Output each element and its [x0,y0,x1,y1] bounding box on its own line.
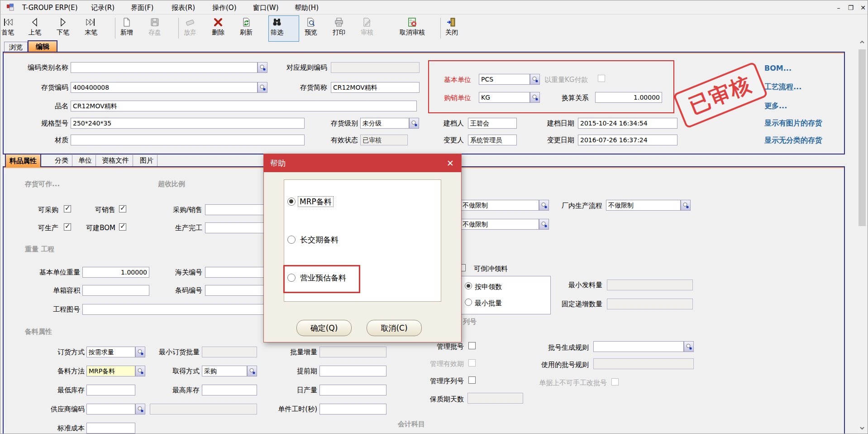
by-request-label: 按申领数 [475,282,515,291]
unit-hours-field[interactable] [320,404,386,415]
prep-method-field[interactable]: MRP备料 [86,366,135,376]
toolbar-separator [115,18,115,39]
supplier-code-field[interactable] [86,404,135,415]
subtab-item-properties[interactable]: 料品属性 [5,154,41,167]
max-stock-field[interactable] [202,385,257,395]
toolbar-separator [440,18,441,39]
inventory-code-lookup[interactable] [258,82,267,93]
producible-checkbox[interactable] [64,223,71,231]
menu-window[interactable]: 窗口(W) [251,3,281,13]
mrp-prep-label[interactable]: MRP备料 [298,197,333,207]
short-name-label: 存货简称 [286,83,327,92]
prev-record-icon [29,16,41,28]
scroll-up-icon[interactable] [858,39,867,48]
box-volume-field[interactable] [82,285,149,296]
mrp-prep-radio[interactable] [287,198,296,206]
prep-header: 备料属性 [25,328,52,336]
status-field: 已审核 [360,135,408,145]
by-request-radio[interactable] [465,282,472,289]
min-batch-radio[interactable] [465,299,472,306]
acquire-mode-lookup[interactable] [247,366,257,376]
help-dialog-titlebar[interactable]: 帮助 [264,154,461,172]
toolbar-filter[interactable]: 筛选 [271,16,283,36]
daily-output-field[interactable] [320,385,386,395]
minimize-button[interactable]: – [834,3,844,12]
level-lookup[interactable] [409,118,419,129]
short-name-field[interactable]: CR12MOV精料 [331,82,420,93]
sellable-checkbox[interactable] [119,205,126,212]
close-button[interactable]: ✕ [858,3,868,12]
toolbar-preview[interactable]: 预览 [305,16,317,36]
toolbar-close-form[interactable]: 关闭 [445,16,458,36]
product-name-field[interactable]: CR12MOV精料 [71,101,417,111]
toolbar-print[interactable]: 打印 [333,16,345,36]
link-more[interactable]: 更多... [764,101,787,111]
code-category-field[interactable] [71,62,258,73]
base-weight-field[interactable]: 1.00000 [82,267,149,278]
min-stock-field[interactable] [86,385,135,395]
prep-method-lookup[interactable] [135,366,145,376]
manage-serial-checkbox[interactable] [468,376,476,384]
toolbar-cancel-audit[interactable]: 取消审核 [390,16,435,36]
long-lead-prep-label[interactable]: 长交期备料 [300,235,339,245]
inventory-code-field[interactable]: 400400008 [71,82,258,93]
order-mode-field[interactable]: 按需求量 [86,347,135,357]
long-lead-prep-radio[interactable] [287,236,296,244]
limit-field-2[interactable]: 不做限制 [460,219,539,230]
trade-unit-lookup[interactable] [530,92,540,103]
batch-rule-field[interactable] [593,341,684,352]
subtab-classification[interactable]: 分类 [51,155,72,166]
tab-edit[interactable]: 编辑 [28,40,57,53]
trade-unit-field[interactable]: KG [479,92,530,103]
toolbar-last-record[interactable]: 末笔 [85,16,97,36]
toolbar-new[interactable]: 新增 [120,16,133,36]
link-show-with-image[interactable]: 显示有图片的存货 [764,119,822,128]
toolbar-refresh[interactable]: 刷新 [240,16,253,36]
scrollbar-thumb[interactable] [858,49,866,226]
menu-app[interactable]: T-GROUP ERP(E) [20,3,80,13]
supplier-code-lookup[interactable] [135,404,145,415]
link-show-unclassified[interactable]: 显示无分类的存货 [764,136,822,145]
material-field[interactable] [71,135,305,145]
link-process-flow[interactable]: 工艺流程... [764,82,801,92]
restore-button[interactable]: ❐ [846,3,856,12]
batch-rule-lookup[interactable] [684,341,694,352]
factory-flow-field[interactable]: 不做限制 [606,200,681,211]
toolbar-first-record[interactable]: 首笔 [1,16,14,36]
menu-ui[interactable]: 界面(F) [129,3,155,13]
toolbar-delete[interactable]: 删除 [212,16,224,36]
menu-action[interactable]: 操作(O) [210,3,238,13]
std-cost-field[interactable] [86,423,135,434]
base-unit-field[interactable]: PCS [479,74,530,85]
scroll-down-icon[interactable] [858,424,867,434]
printer-icon [333,16,345,28]
conversion-field[interactable]: 1.00000 [595,92,662,103]
base-unit-lookup[interactable] [530,74,540,85]
order-mode-lookup[interactable] [135,347,145,357]
can-build-bom-checkbox[interactable] [119,223,126,231]
spec-field[interactable]: 250*240*35 [71,118,305,129]
manage-batch-checkbox[interactable] [468,342,476,349]
purchasable-checkbox[interactable] [64,205,71,212]
cancel-button[interactable]: 取消(C) [367,320,422,336]
menu-record[interactable]: 记录(R) [89,3,116,13]
menu-help[interactable]: 帮助(H) [293,3,320,13]
ok-button[interactable]: 确定(Q) [296,320,352,336]
menu-report[interactable]: 报表(R) [170,3,197,13]
limit-field-1[interactable]: 不做限制 [460,200,539,211]
subtab-images[interactable]: 图片 [136,155,157,166]
dialog-close-icon[interactable]: ✕ [445,158,456,169]
toolbar-prev-record[interactable]: 上笔 [29,16,41,36]
toolbar-next-record[interactable]: 下笔 [57,16,69,36]
code-category-lookup[interactable] [258,62,267,73]
lead-time-field[interactable] [320,366,386,376]
subtab-units[interactable]: 单位 [75,155,96,166]
factory-flow-lookup[interactable] [681,200,691,211]
subtab-qualification[interactable]: 资格文件 [98,155,133,166]
link-bom[interactable]: BOM... [764,64,792,72]
limit-field-2-lookup[interactable] [539,219,549,230]
tab-browse[interactable]: 浏览 [4,42,28,52]
limit-field-1-lookup[interactable] [539,200,549,211]
level-field[interactable]: 未分级 [360,118,409,129]
acquire-mode-field[interactable]: 采购 [202,366,247,376]
